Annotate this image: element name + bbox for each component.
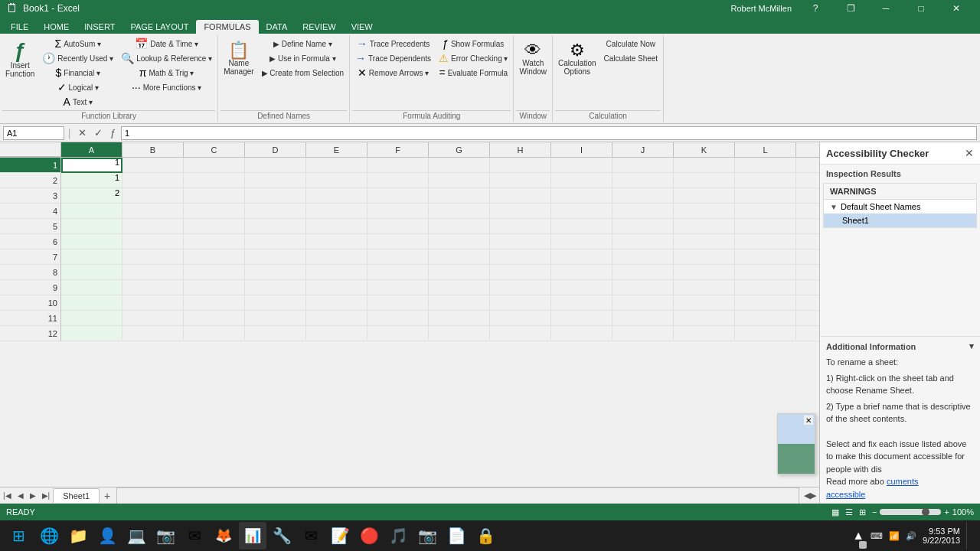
cell-F12[interactable] <box>368 326 429 341</box>
cell-H6[interactable] <box>490 234 551 249</box>
cell-H10[interactable] <box>490 295 551 311</box>
cell-M9[interactable] <box>796 280 819 295</box>
cell-B3[interactable] <box>122 188 184 204</box>
cell-F3[interactable] <box>368 188 429 204</box>
cell-L6[interactable] <box>735 234 796 249</box>
col-header-F[interactable]: F <box>368 142 429 157</box>
cell-M8[interactable] <box>796 265 819 280</box>
cell-K1[interactable] <box>674 158 735 173</box>
cell-A11[interactable] <box>61 311 122 326</box>
tab-page-layout[interactable]: PAGE LAYOUT <box>122 20 196 34</box>
taskbar-photo-icon[interactable]: 📷 <box>413 522 441 549</box>
cell-G3[interactable] <box>429 188 490 204</box>
row-header-5[interactable]: 5 <box>0 219 61 234</box>
cell-C9[interactable] <box>184 280 245 295</box>
cell-I11[interactable] <box>551 311 612 326</box>
cell-I6[interactable] <box>551 234 612 249</box>
close-button[interactable]: ✕ <box>939 0 974 17</box>
taskbar-user-icon[interactable]: 👤 <box>93 522 121 549</box>
page-layout-view-icon[interactable]: ☰ <box>845 507 853 517</box>
col-header-K[interactable]: K <box>674 142 735 157</box>
cell-D10[interactable] <box>245 295 306 311</box>
cell-H4[interactable] <box>490 204 551 219</box>
sheet-nav-last[interactable]: ▶| <box>39 490 54 501</box>
insert-function-bar-button[interactable]: ƒ <box>108 126 118 139</box>
cell-I5[interactable] <box>551 219 612 234</box>
cell-M10[interactable] <box>796 295 819 311</box>
panel-close-button[interactable]: ✕ <box>965 147 974 159</box>
taskbar-word-icon[interactable]: 📝 <box>326 522 354 549</box>
row-header-7[interactable]: 7 <box>0 249 61 265</box>
cell-K11[interactable] <box>674 311 735 326</box>
cell-E10[interactable] <box>306 295 368 311</box>
cell-C5[interactable] <box>184 219 245 234</box>
cell-A12[interactable] <box>61 326 122 341</box>
cell-M1[interactable] <box>796 158 819 173</box>
row-header-1[interactable]: 1 <box>0 158 61 173</box>
math-trig-button[interactable]: π Math & Trig ▾ <box>118 66 215 80</box>
error-checking-button[interactable]: ⚠ Error Checking ▾ <box>436 51 511 65</box>
minimize-button[interactable]: ─ <box>868 0 903 17</box>
cell-F5[interactable] <box>368 219 429 234</box>
cell-C6[interactable] <box>184 234 245 249</box>
cell-G2[interactable] <box>429 173 490 188</box>
col-header-J[interactable]: J <box>612 142 674 157</box>
sheet-tab-sheet1[interactable]: Sheet1 <box>53 488 100 503</box>
help-button[interactable]: ? <box>798 0 833 17</box>
tab-data[interactable]: DATA <box>259 20 296 34</box>
cell-F11[interactable] <box>368 311 429 326</box>
col-header-I[interactable]: I <box>551 142 612 157</box>
cell-D4[interactable] <box>245 204 306 219</box>
cell-K12[interactable] <box>674 326 735 341</box>
cell-L10[interactable] <box>735 295 796 311</box>
confirm-formula-button[interactable]: ✓ <box>92 126 105 139</box>
text-button[interactable]: A Text ▾ <box>39 95 116 109</box>
taskbar-media-icon[interactable]: 🎵 <box>384 522 412 549</box>
row-header-3[interactable]: 3 <box>0 188 61 204</box>
tab-review[interactable]: REVIEW <box>295 20 343 34</box>
col-header-D[interactable]: D <box>245 142 306 157</box>
autosum-button[interactable]: Σ AutoSum ▾ <box>39 37 116 51</box>
cell-K2[interactable] <box>674 173 735 188</box>
cell-J1[interactable] <box>612 158 674 173</box>
taskbar-show-desktop[interactable] <box>966 522 971 549</box>
trace-dependents-button[interactable]: → Trace Dependents <box>352 51 434 65</box>
cell-C2[interactable] <box>184 173 245 188</box>
cell-E1[interactable] <box>306 158 368 173</box>
cell-I3[interactable] <box>551 188 612 204</box>
cell-E11[interactable] <box>306 311 368 326</box>
cell-B5[interactable] <box>122 219 184 234</box>
row-header-9[interactable]: 9 <box>0 280 61 295</box>
cell-C3[interactable] <box>184 188 245 204</box>
cell-L12[interactable] <box>735 326 796 341</box>
zoom-out-button[interactable]: − <box>872 507 877 517</box>
cell-B12[interactable] <box>122 326 184 341</box>
cell-E2[interactable] <box>306 173 368 188</box>
cell-G9[interactable] <box>429 280 490 295</box>
cell-K5[interactable] <box>674 219 735 234</box>
cell-F2[interactable] <box>368 173 429 188</box>
cell-G4[interactable] <box>429 204 490 219</box>
cell-H11[interactable] <box>490 311 551 326</box>
cell-D5[interactable] <box>245 219 306 234</box>
cell-H7[interactable] <box>490 249 551 265</box>
formula-input[interactable] <box>121 126 977 140</box>
sheet-nav-prev[interactable]: ◀ <box>15 490 27 501</box>
cell-B6[interactable] <box>122 234 184 249</box>
cell-F10[interactable] <box>368 295 429 311</box>
cell-J5[interactable] <box>612 219 674 234</box>
cell-G8[interactable] <box>429 265 490 280</box>
cell-H1[interactable] <box>490 158 551 173</box>
cell-L9[interactable] <box>735 280 796 295</box>
cell-I8[interactable] <box>551 265 612 280</box>
cell-D12[interactable] <box>245 326 306 341</box>
cell-G10[interactable] <box>429 295 490 311</box>
taskbar-volume-icon[interactable]: 🔊 <box>906 531 916 541</box>
taskbar-lock-icon[interactable]: 🔒 <box>472 522 499 549</box>
cell-I4[interactable] <box>551 204 612 219</box>
cell-E3[interactable] <box>306 188 368 204</box>
col-header-C[interactable]: C <box>184 142 245 157</box>
watch-window-button[interactable]: 👁 Watch Window <box>516 37 550 81</box>
cell-D9[interactable] <box>245 280 306 295</box>
cell-A1[interactable]: 1 <box>61 158 122 173</box>
